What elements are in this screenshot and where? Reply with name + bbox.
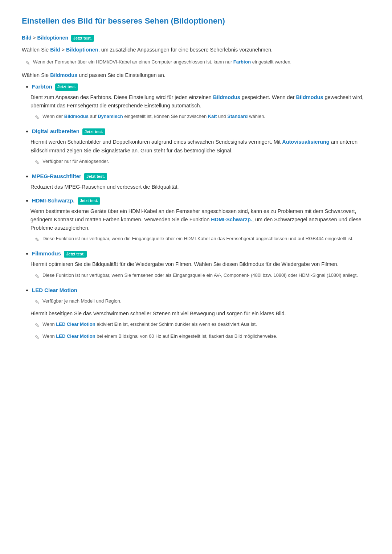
note-hdmi-text: Wenn der Fernseher über ein HDMI/DVI-Kab… <box>33 58 291 66</box>
hdmi-schwarzp-body: Wenn bestimmte externe Geräte über ein H… <box>30 207 370 233</box>
pencil-icon: ✎ <box>25 59 30 67</box>
list-item-digital-aufbereiten: Digital aufbereiten Jetzt test. Hiermit … <box>32 127 370 167</box>
list-item-mpeg-rauschfilter: MPEG-Rauschfilter Jetzt test. Reduziert … <box>32 172 370 191</box>
intro-text-pre: Wählen Sie <box>22 47 50 53</box>
hdmi-schwarzp-badge[interactable]: Jetzt test. <box>78 197 101 205</box>
intro-bild-link[interactable]: Bild <box>50 47 60 53</box>
hdmi-schwarzp-note-text: Diese Funktion ist nur verfügbar, wenn d… <box>42 235 354 243</box>
filmmodus-note: ✎ Diese Funktion ist nur verfügbar, wenn… <box>35 272 370 281</box>
list-item-hdmi-schwarzp: HDMI-Schwarzp. Jetzt test. Wenn bestimmt… <box>32 196 370 245</box>
led-clear-motion-body: Hiermit beseitigen Sie das Verschwimmen … <box>30 309 370 318</box>
digital-aufbereiten-note-text: Verfügbar nur für Analogsender. <box>42 158 109 165</box>
hdmi-schwarzp-title: HDMI-Schwarzp. <box>32 197 75 204</box>
filmmodus-body: Hiermit optimieren Sie die Bildqualität … <box>30 260 370 268</box>
breadcrumb-separator: > <box>33 35 37 41</box>
intro-rest: , um zusätzliche Anpassungen für eine be… <box>98 47 273 53</box>
intro-paragraph: Wählen Sie Bild > Bildoptionen, um zusät… <box>22 46 370 54</box>
pencil-icon: ✎ <box>35 235 40 244</box>
digital-aufbereiten-title: Digital aufbereiten <box>32 128 79 134</box>
farbton-badge[interactable]: Jetzt test. <box>55 83 78 91</box>
digital-aufbereiten-body: Hiermit werden Schattenbilder und Doppel… <box>30 138 370 155</box>
options-list: Farbton Jetzt test. Dient zum Anpassen d… <box>22 82 370 342</box>
pencil-icon: ✎ <box>35 158 40 167</box>
farbton-body: Dient zum Anpassen des Farbtons. Diese E… <box>30 93 370 110</box>
led-clear-motion-note2-text: Wenn LED Clear Motion aktiviert Ein ist,… <box>42 321 257 328</box>
led-clear-motion-title: LED Clear Motion <box>32 287 77 293</box>
breadcrumb-bild[interactable]: Bild <box>22 35 31 41</box>
led-clear-motion-note3: ✎ Wenn LED Clear Motion bei einem Bildsi… <box>35 333 370 342</box>
filmmodus-title: Filmmodus <box>32 250 61 257</box>
breadcrumb-badge[interactable]: Jetzt test. <box>71 35 94 42</box>
filmmodus-note-text: Diese Funktion ist nur verfügbar, wenn S… <box>42 272 358 279</box>
intro-bildopt-link[interactable]: Bildoptionen <box>66 47 98 53</box>
breadcrumb: Bild > Bildoptionen Jetzt test. <box>22 34 370 42</box>
pencil-icon: ✎ <box>35 272 40 281</box>
digital-aufbereiten-badge[interactable]: Jetzt test. <box>82 128 105 136</box>
digital-aufbereiten-note: ✎ Verfügbar nur für Analogsender. <box>35 158 370 167</box>
led-clear-motion-note1-text: Verfügbar je nach Modell und Region. <box>42 297 122 305</box>
mpeg-rauschfilter-badge[interactable]: Jetzt test. <box>84 173 107 180</box>
farbton-note: ✎ Wenn der Bildmodus auf Dynamisch einge… <box>35 113 370 122</box>
list-item-led-clear-motion: LED Clear Motion ✎ Verfügbar je nach Mod… <box>32 286 370 342</box>
pencil-icon: ✎ <box>35 113 40 122</box>
mpeg-rauschfilter-title: MPEG-Rauschfilter <box>32 173 81 179</box>
list-item-filmmodus: Filmmodus Jetzt test. Hiermit optimieren… <box>32 249 370 280</box>
farbton-title: Farbton <box>32 83 52 90</box>
pencil-icon: ✎ <box>35 321 40 330</box>
mpeg-rauschfilter-body: Reduziert das MPEG-Rauschen und verbesse… <box>30 183 370 191</box>
page-title: Einstellen des Bild für besseres Sehen (… <box>22 15 370 27</box>
led-clear-motion-note2: ✎ Wenn LED Clear Motion aktiviert Ein is… <box>35 321 370 330</box>
pencil-icon: ✎ <box>35 333 40 342</box>
note-hdmi-computer: ✎ Wenn der Fernseher über ein HDMI/DVI-K… <box>25 58 370 67</box>
breadcrumb-bildoptionen[interactable]: Bildoptionen <box>37 35 68 41</box>
waehlen-paragraph: Wählen Sie Bildmodus und passen Sie die … <box>22 71 370 79</box>
led-clear-motion-note3-text: Wenn LED Clear Motion bei einem Bildsign… <box>42 333 277 340</box>
hdmi-schwarzp-note: ✎ Diese Funktion ist nur verfügbar, wenn… <box>35 235 370 244</box>
farbton-note-text: Wenn der Bildmodus auf Dynamisch eingest… <box>42 113 265 120</box>
list-item-farbton: Farbton Jetzt test. Dient zum Anpassen d… <box>32 82 370 122</box>
intro-sep: > <box>60 47 66 53</box>
filmmodus-badge[interactable]: Jetzt test. <box>64 251 87 258</box>
led-clear-motion-note1: ✎ Verfügbar je nach Modell und Region. <box>35 297 370 307</box>
pencil-icon: ✎ <box>35 298 40 307</box>
